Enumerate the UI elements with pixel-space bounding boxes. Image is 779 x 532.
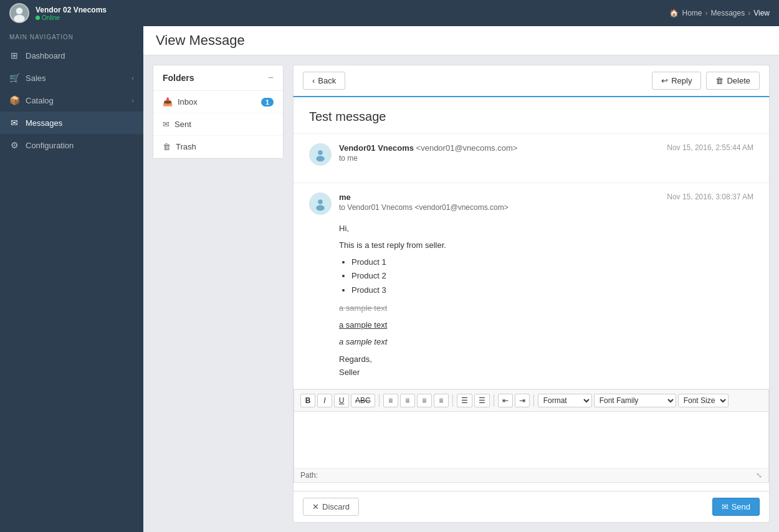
path-label: Path: xyxy=(300,471,318,480)
msg-direction-1: to me xyxy=(339,154,659,163)
chevron-icon: ‹ xyxy=(131,74,134,82)
bold-icon: B xyxy=(305,396,311,405)
msg-time-2: Nov 15, 2016, 3:08:37 AM xyxy=(667,192,753,201)
nav-section-label: MAIN NAVIGATION xyxy=(0,26,143,44)
editor-path: Path: ⤡ xyxy=(294,468,768,482)
online-dot xyxy=(36,16,40,20)
strikethrough-icon: ABC xyxy=(355,396,371,405)
list-item-1: Product 1 xyxy=(351,256,753,269)
align-left-icon: ≡ xyxy=(388,396,393,405)
discard-button[interactable]: ✕ Discard xyxy=(303,498,359,516)
indent-button[interactable]: ⇥ xyxy=(515,394,530,407)
inner-layout: Folders − 📥 Inbox 1 ✉ Sent 🗑 Trash xyxy=(143,55,779,532)
msg-sender-2: me xyxy=(339,192,659,202)
svg-point-8 xyxy=(316,205,325,211)
reply-button[interactable]: ↩ Reply xyxy=(652,72,701,90)
send-button[interactable]: ✉ Send xyxy=(712,498,760,516)
back-label: Back xyxy=(318,76,336,85)
ordered-list-button[interactable]: ☰ xyxy=(474,394,490,407)
sidebar-item-label: Sales xyxy=(26,74,125,83)
ordered-list-icon: ☰ xyxy=(479,396,485,405)
msg-intro: This is a test reply from seller. xyxy=(339,239,753,252)
page-header: View Message xyxy=(143,26,779,55)
folder-item-sent[interactable]: ✉ Sent xyxy=(153,113,283,136)
discard-icon: ✕ xyxy=(312,502,319,511)
sidebar-item-dashboard[interactable]: ⊞ Dashboard xyxy=(0,44,143,67)
align-right-button[interactable]: ≡ xyxy=(417,394,432,407)
message-area: ‹ Back ↩ Reply 🗑 Delete xyxy=(293,65,770,523)
folders-header: Folders − xyxy=(153,65,283,91)
outdent-button[interactable]: ⇤ xyxy=(498,394,513,407)
avatar xyxy=(9,3,29,23)
format-select[interactable]: Format Heading 1 Heading 2 Paragraph xyxy=(538,394,592,407)
message-subject: Test message xyxy=(294,97,769,134)
align-center-button[interactable]: ≡ xyxy=(400,394,415,407)
folders-collapse-button[interactable]: − xyxy=(268,73,274,83)
msg-meta-2: me to Vendor01 Vnecoms <vendor01@vnecoms… xyxy=(339,192,659,212)
chevron-icon: ‹ xyxy=(131,97,134,104)
font-family-select[interactable]: Font Family Arial Times New Roman Courie… xyxy=(594,394,676,407)
editor-body[interactable] xyxy=(294,412,768,468)
user-section: Vendor 02 Vnecoms Online xyxy=(9,3,107,23)
trash-icon: 🗑 xyxy=(163,142,171,151)
list-item-3: Product 3 xyxy=(351,284,753,297)
top-bar: Vendor 02 Vnecoms Online 🏠 Home › Messag… xyxy=(0,0,779,26)
send-label: Send xyxy=(732,502,750,511)
action-right: ↩ Reply 🗑 Delete xyxy=(652,72,760,90)
breadcrumb-sep2: › xyxy=(748,9,750,17)
underline-button[interactable]: U xyxy=(334,394,349,407)
message-block-1: Vendor01 Vnecoms <vendor01@vnecoms.com> … xyxy=(294,134,769,183)
sidebar-item-catalog[interactable]: 📦 Catalog ‹ xyxy=(0,89,143,112)
folders-panel: Folders − 📥 Inbox 1 ✉ Sent 🗑 Trash xyxy=(153,65,284,159)
toolbar-sep-2 xyxy=(452,394,453,407)
reply-label: Reply xyxy=(671,76,692,85)
bold-button[interactable]: B xyxy=(300,394,315,407)
username: Vendor 02 Vnecoms xyxy=(36,6,107,14)
folders-title: Folders xyxy=(163,73,194,83)
page-title: View Message xyxy=(156,32,245,49)
font-size-select[interactable]: Font Size 8 10 12 14 16 xyxy=(678,394,729,407)
sidebar-item-label: Configuration xyxy=(26,141,134,150)
align-justify-button[interactable]: ≡ xyxy=(434,394,449,407)
sidebar-item-label: Dashboard xyxy=(26,51,134,60)
msg-sender-1: Vendor01 Vnecoms <vendor01@vnecoms.com> xyxy=(339,143,659,153)
align-justify-icon: ≡ xyxy=(439,396,443,405)
align-left-button[interactable]: ≡ xyxy=(383,394,398,407)
outdent-icon: ⇤ xyxy=(502,396,509,405)
message-header-1: Vendor01 Vnecoms <vendor01@vnecoms.com> … xyxy=(309,143,753,166)
indent-icon: ⇥ xyxy=(519,396,525,405)
sender-email-1: <vendor01@vnecoms.com> xyxy=(416,143,518,153)
unordered-list-icon: ☰ xyxy=(461,396,468,405)
msg-meta-1: Vendor01 Vnecoms <vendor01@vnecoms.com> … xyxy=(339,143,659,163)
folder-name: Inbox xyxy=(178,97,256,107)
msg-avatar-1 xyxy=(309,143,332,166)
sidebar-item-configuration[interactable]: ⚙ Configuration xyxy=(0,134,143,156)
msg-direction-2: to Vendor01 Vnecoms <vendor01@vnecoms.co… xyxy=(339,203,659,212)
underline-icon: U xyxy=(339,396,345,405)
inbox-badge: 1 xyxy=(261,98,274,107)
folder-name: Trash xyxy=(176,142,274,151)
reply-icon: ↩ xyxy=(661,76,668,85)
catalog-icon: 📦 xyxy=(9,95,19,105)
sidebar-item-sales[interactable]: 🛒 Sales ‹ xyxy=(0,67,143,89)
svg-point-5 xyxy=(316,156,325,161)
unordered-list-button[interactable]: ☰ xyxy=(457,394,472,407)
sidebar-item-messages[interactable]: ✉ Messages xyxy=(0,112,143,134)
editor-toolbar: B I U ABC ≡ ≡ ≡ ≡ ☰ ☰ xyxy=(294,390,768,412)
breadcrumb-icon: 🏠 xyxy=(669,9,679,17)
delete-button[interactable]: 🗑 Delete xyxy=(706,72,760,90)
msg-product-list: Product 1 Product 2 Product 3 xyxy=(339,256,753,297)
strikethrough-button[interactable]: ABC xyxy=(351,394,375,407)
messages-icon: ✉ xyxy=(9,118,19,128)
italic-button[interactable]: I xyxy=(317,394,332,407)
align-right-icon: ≡ xyxy=(422,396,426,405)
breadcrumb-sep1: › xyxy=(705,9,708,17)
folder-item-inbox[interactable]: 📥 Inbox 1 xyxy=(153,91,283,113)
toolbar-sep-4 xyxy=(533,394,534,407)
svg-point-7 xyxy=(318,199,323,204)
resize-handle[interactable]: ⤡ xyxy=(756,471,762,480)
sidebar-item-label: Messages xyxy=(26,118,134,128)
folder-item-trash[interactable]: 🗑 Trash xyxy=(153,136,283,158)
user-info: Vendor 02 Vnecoms Online xyxy=(36,6,107,21)
back-button[interactable]: ‹ Back xyxy=(303,72,345,90)
